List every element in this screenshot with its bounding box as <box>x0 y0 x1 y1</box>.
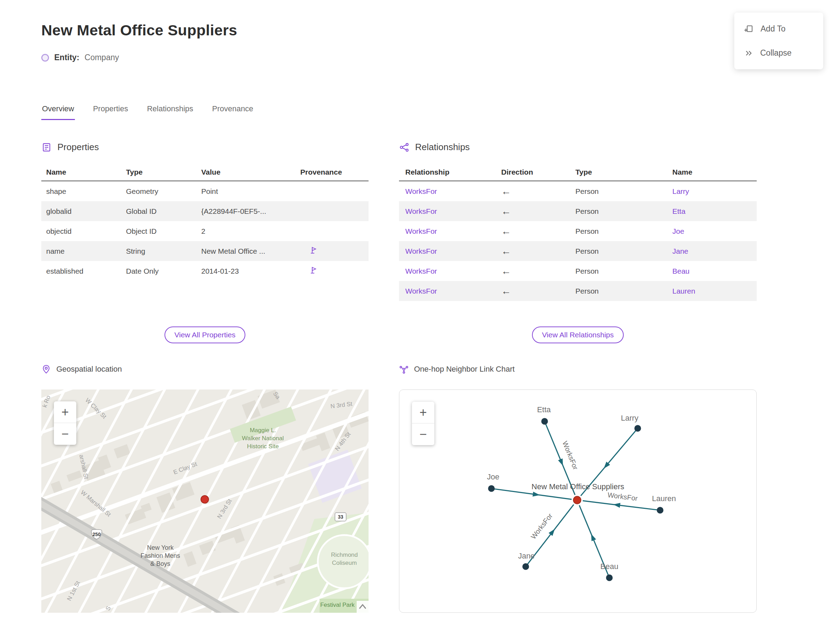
relationship-type-link[interactable]: WorksFor <box>405 187 501 196</box>
relationship-row: WorksFor←PersonLarry <box>399 181 757 201</box>
tab-relationships[interactable]: Relationships <box>146 104 194 120</box>
column-header-provenance: Provenance <box>300 168 369 176</box>
graph-center-node[interactable] <box>573 496 581 504</box>
relationship-type-link[interactable]: WorksFor <box>405 287 501 296</box>
svg-text:33: 33 <box>338 514 344 520</box>
entity-type-row: Entity: Company <box>41 53 840 62</box>
properties-title: Properties <box>57 142 99 153</box>
entity-type-value: Company <box>85 53 119 62</box>
edge-arrowhead <box>591 534 596 541</box>
related-entity-type: Person <box>575 267 672 275</box>
properties-header: NameTypeValueProvenance <box>41 164 369 181</box>
graph-node-beau[interactable] <box>606 575 613 581</box>
graph-node-etta[interactable] <box>541 418 548 425</box>
map-label: Festival Park <box>320 602 355 608</box>
property-value: 2 <box>201 227 300 235</box>
column-header-name: Name <box>672 168 757 176</box>
provenance-flag-icon <box>309 246 317 254</box>
related-entity-link[interactable]: Lauren <box>672 287 757 296</box>
column-header-value: Value <box>201 168 300 176</box>
graph-node-label: Jane <box>518 552 535 560</box>
graph-edge-label: WorksFor <box>529 512 554 540</box>
direction-arrow: ← <box>501 206 575 217</box>
direction-arrow: ← <box>501 186 575 197</box>
main-grid: Properties NameTypeValueProvenance shape… <box>41 142 840 613</box>
related-entity-link[interactable]: Beau <box>672 267 757 275</box>
column-header-relationship: Relationship <box>405 168 501 176</box>
link-chart-icon <box>399 364 409 374</box>
relationship-type-link[interactable]: WorksFor <box>405 267 501 275</box>
tab-properties[interactable]: Properties <box>92 104 129 120</box>
entity-icon <box>41 54 49 62</box>
properties-rows: shapeGeometryPointglobalidGlobal ID{A228… <box>41 181 369 281</box>
property-value: New Metal Office ... <box>201 247 300 256</box>
property-type: String <box>126 247 201 256</box>
property-type: Global ID <box>126 207 201 216</box>
related-entity-link[interactable]: Jane <box>672 247 757 256</box>
property-provenance[interactable] <box>300 246 369 256</box>
relationships-title: Relationships <box>415 142 470 153</box>
map-zoom-in-button[interactable]: + <box>54 401 76 423</box>
column-header-type: Type <box>126 168 201 176</box>
location-pin-icon <box>41 364 51 374</box>
edge-arrowhead <box>533 492 540 497</box>
relationship-type-link[interactable]: WorksFor <box>405 227 501 235</box>
link-chart-panel[interactable]: EttaLarryJoeLaurenJaneBeauNew Metal Offi… <box>399 389 757 613</box>
related-entity-link[interactable]: Larry <box>672 187 757 196</box>
map-zoom-out-button[interactable]: − <box>54 423 76 445</box>
tab-provenance[interactable]: Provenance <box>212 104 254 120</box>
chart-zoom-out-button[interactable]: − <box>412 423 434 445</box>
relationship-type-link[interactable]: WorksFor <box>405 207 501 216</box>
map-attribution-toggle[interactable] <box>356 601 369 613</box>
properties-icon <box>41 142 52 153</box>
graph-node-joe[interactable] <box>488 485 495 492</box>
map-panel[interactable]: k RoW Clay StSaN 3rd StN 4th StMaggie L.… <box>41 389 369 613</box>
relationship-type-link[interactable]: WorksFor <box>405 247 501 256</box>
collapse-button[interactable]: Collapse <box>734 41 823 65</box>
collapse-chevrons-icon <box>744 49 753 58</box>
actions-panel: Add To Collapse <box>734 13 823 69</box>
property-type: Date Only <box>126 267 201 275</box>
map-title: Geospatial location <box>56 365 122 374</box>
collapse-label: Collapse <box>760 48 792 58</box>
map-canvas[interactable]: k RoW Clay StSaN 3rd StN 4th StMaggie L.… <box>41 389 369 613</box>
column-header-name: Name <box>46 168 126 176</box>
view-all-properties-button[interactable]: View All Properties <box>164 326 245 343</box>
column-header-type: Type <box>575 168 672 176</box>
add-to-button[interactable]: Add To <box>734 17 823 41</box>
page-title: New Metal Office Suppliers <box>41 22 840 39</box>
link-chart-svg[interactable]: EttaLarryJoeLaurenJaneBeauNew Metal Offi… <box>399 390 756 612</box>
relationships-header: RelationshipDirectionTypeName <box>399 164 757 181</box>
relationship-row: WorksFor←PersonLauren <box>399 281 757 301</box>
map-marker[interactable] <box>201 496 208 503</box>
related-entity-type: Person <box>575 227 672 235</box>
properties-row: objectidObject ID2 <box>41 221 369 241</box>
relationship-row: WorksFor←PersonJane <box>399 241 757 261</box>
relationship-row: WorksFor←PersonBeau <box>399 261 757 281</box>
add-to-label: Add To <box>760 24 785 33</box>
related-entity-type: Person <box>575 247 672 256</box>
properties-row: globalidGlobal ID{A228944F-0EF5-... <box>41 201 369 221</box>
graph-node-jane[interactable] <box>523 563 529 570</box>
property-type: Object ID <box>126 227 201 235</box>
chart-zoom-in-button[interactable]: + <box>412 402 434 423</box>
properties-row: nameStringNew Metal Office ... <box>41 241 369 261</box>
tab-overview[interactable]: Overview <box>41 104 75 120</box>
graph-node-lauren[interactable] <box>657 507 663 514</box>
relationships-rows: WorksFor←PersonLarryWorksFor←PersonEttaW… <box>399 181 757 301</box>
properties-section: Properties NameTypeValueProvenance shape… <box>41 142 369 343</box>
related-entity-type: Person <box>575 207 672 216</box>
entity-label: Entity: <box>54 53 80 62</box>
direction-arrow: ← <box>501 265 575 277</box>
view-all-relationships-button[interactable]: View All Relationships <box>532 326 624 343</box>
property-name: established <box>46 267 126 275</box>
graph-node-larry[interactable] <box>635 425 641 432</box>
graph-edge-label: WorksFor <box>607 491 638 502</box>
related-entity-link[interactable]: Etta <box>672 207 757 216</box>
graph-center-label: New Metal Office Suppliers <box>531 482 624 491</box>
graph-node-label: Joe <box>487 472 499 481</box>
property-provenance[interactable] <box>300 266 369 276</box>
add-to-icon <box>744 24 754 33</box>
related-entity-link[interactable]: Joe <box>672 227 757 235</box>
direction-arrow: ← <box>501 226 575 237</box>
